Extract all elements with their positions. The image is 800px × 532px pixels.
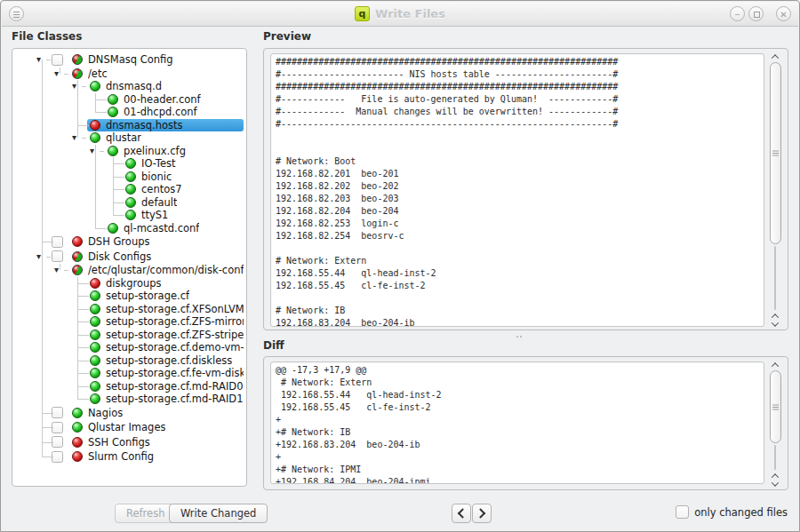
tree-item-content[interactable]: setup-storage.cf.md-RAID0-4... — [87, 380, 244, 393]
tree-item-pxelinux-cfg[interactable]: ▾pxelinux.cfg — [12, 145, 246, 158]
tree-item-setup-storage-cf-xfsonlvm[interactable]: setup-storage.cf.XFSonLVM — [12, 303, 246, 316]
collapse-arrow-icon[interactable]: ▾ — [90, 146, 94, 155]
tree-item-00-header-conf[interactable]: 00-header.conf — [12, 93, 246, 107]
collapse-arrow-icon[interactable]: ▾ — [72, 133, 76, 142]
tree-item-qlustar-images[interactable]: Qlustar Images — [12, 420, 246, 435]
tree-item-content[interactable]: dnsmasq.d — [87, 80, 244, 93]
tree-item-content[interactable]: Nagios — [69, 406, 244, 421]
tree-item-content[interactable]: 01-dhcpd.conf — [105, 106, 244, 119]
tree-item-content[interactable]: Qlustar Images — [69, 420, 244, 435]
tree-item-content[interactable]: setup-storage.cf — [87, 290, 244, 303]
tree-item-content[interactable]: qlustar — [87, 131, 244, 145]
collapse-arrow-icon[interactable]: ▾ — [36, 251, 41, 260]
tree-item-dsh-groups[interactable]: DSH Groups — [12, 234, 246, 250]
tree-item-dnsmasq-hosts[interactable]: dnsmasq.hosts — [12, 119, 246, 132]
refresh-button[interactable]: Refresh — [115, 504, 176, 523]
tree-item-setup-storage-cf-fe-vm-disk[interactable]: setup-storage.cf.fe-vm-disk — [12, 367, 246, 380]
file-class-checkbox[interactable] — [52, 250, 63, 262]
tree-item-setup-storage-cf-md-raid1[interactable]: setup-storage.cf.md-RAID1 — [12, 393, 246, 406]
tree-item-content[interactable]: setup-storage.cf.XFSonLVM — [87, 303, 244, 316]
tree-item-content[interactable]: IO-Test — [123, 157, 244, 171]
tree-item-content[interactable]: /etc/qlustar/common/disk-configs — [69, 264, 244, 277]
tree-item-content[interactable]: default — [123, 196, 244, 210]
write-changed-button[interactable]: Write Changed — [169, 504, 268, 523]
tree-item-content[interactable]: DNSMasq Config — [69, 52, 244, 67]
tree-item-setup-storage-cf-zfs-mirror-[interactable]: setup-storage.cf.ZFS-mirror+... — [12, 315, 246, 329]
file-class-checkbox[interactable] — [52, 54, 63, 66]
tree-item-slurm-config[interactable]: Slurm Config — [12, 449, 246, 465]
close-button[interactable] — [776, 6, 791, 21]
tree-item-content[interactable]: DSH Groups — [69, 234, 244, 250]
tree-item--etc-qlustar-common-disk-configs[interactable]: ▾/etc/qlustar/common/disk-configs — [12, 264, 246, 277]
tree-item-content[interactable]: centos7 — [123, 183, 244, 196]
next-file-button[interactable] — [472, 504, 492, 523]
scrollbar-thumb[interactable] — [770, 370, 781, 443]
tree-item-io-test[interactable]: IO-Test — [12, 157, 246, 171]
titlebar[interactable]: q Write Files — [2, 2, 798, 27]
status-green-icon — [72, 408, 83, 418]
tree-item-content[interactable]: setup-storage.cf.ZFS-stripe-4... — [87, 329, 244, 342]
tree-item-ssh-configs[interactable]: SSH Configs — [12, 435, 246, 450]
preview-textarea[interactable]: ########################################… — [270, 53, 764, 327]
tree-item-content[interactable]: setup-storage.cf.fe-vm-disk — [87, 367, 244, 380]
tree-item-content[interactable]: setup-storage.cf.diskless — [87, 354, 244, 368]
previous-file-button[interactable] — [452, 504, 471, 523]
status-red-icon — [72, 451, 83, 462]
tree-item-label: ttyS1 — [141, 209, 168, 221]
splitter-handle[interactable] — [516, 336, 518, 337]
tree-item-default[interactable]: default — [12, 196, 246, 210]
tree-line-stub — [34, 435, 52, 450]
preview-panel: ########################################… — [263, 48, 788, 330]
tree-item-content[interactable]: ql-mcastd.conf — [105, 222, 244, 235]
scrollbar-track[interactable] — [774, 445, 776, 470]
tree-line-stub — [34, 406, 52, 421]
tree-item-ttys1[interactable]: ttyS1 — [12, 209, 246, 222]
collapse-arrow-icon[interactable]: ▾ — [54, 68, 59, 77]
tree-item-setup-storage-cf-md-raid0-4-[interactable]: setup-storage.cf.md-RAID0-4... — [12, 380, 246, 393]
tree-item-01-dhcpd-conf[interactable]: 01-dhcpd.conf — [12, 106, 246, 119]
tree-item-content[interactable]: dnsmasq.hosts — [87, 119, 244, 132]
tree-item-content[interactable]: Slurm Config — [69, 449, 244, 465]
tree-item-setup-storage-cf-zfs-stripe-4-[interactable]: setup-storage.cf.ZFS-stripe-4... — [12, 329, 246, 342]
collapse-arrow-icon[interactable]: ▾ — [54, 266, 59, 274]
tree-item-content[interactable]: pxelinux.cfg — [105, 145, 244, 158]
minimize-button[interactable] — [730, 6, 745, 21]
tree-item-disk-configs[interactable]: ▾Disk Configs — [12, 250, 246, 265]
tree-item-content[interactable]: setup-storage.cf.ZFS-mirror+... — [87, 315, 244, 329]
tree-item-content[interactable]: /etc — [69, 67, 244, 81]
tree-item-content[interactable]: Disk Configs — [69, 250, 244, 265]
scroll-down-icon[interactable] — [772, 320, 778, 328]
collapse-arrow-icon[interactable]: ▾ — [72, 82, 76, 91]
tree-item-setup-storage-cf[interactable]: setup-storage.cf — [12, 290, 246, 303]
tree-item-diskgroups[interactable]: diskgroups — [12, 277, 246, 290]
tree-item--etc[interactable]: ▾/etc — [12, 67, 246, 81]
tree-item-setup-storage-cf-diskless[interactable]: setup-storage.cf.diskless — [12, 354, 246, 368]
tree-item-label: Disk Configs — [88, 250, 151, 263]
diff-textarea[interactable]: @@ -17,3 +17,9 @@ # Network: Extern 192.… — [270, 361, 764, 484]
tree-item-ql-mcastd-conf[interactable]: ql-mcastd.conf — [12, 222, 246, 235]
scroll-down-icon[interactable] — [772, 480, 778, 488]
maximize-button[interactable] — [748, 6, 764, 21]
tree-item-nagios[interactable]: Nagios — [12, 406, 246, 421]
tree-item-content[interactable]: 00-header.conf — [105, 93, 244, 107]
tree-line-stub — [34, 420, 52, 435]
tree-item-bionic[interactable]: bionic — [12, 171, 246, 184]
scrollbar-track[interactable] — [774, 246, 776, 310]
scrollbar-thumb[interactable] — [770, 62, 781, 244]
tree-item-centos7[interactable]: centos7 — [12, 183, 246, 196]
tree-item-setup-storage-cf-demo-vm-disk[interactable]: setup-storage.cf.demo-vm-disk — [12, 341, 246, 354]
scroll-up-icon[interactable] — [772, 361, 778, 369]
tree-item-content[interactable]: bionic — [123, 171, 244, 184]
only-changed-checkbox[interactable] — [676, 505, 689, 519]
tree-item-content[interactable]: setup-storage.cf.demo-vm-disk — [87, 341, 244, 354]
tree-item-dnsmasq-config[interactable]: ▾DNSMasq Config — [12, 52, 246, 67]
tree-item-dnsmasq-d[interactable]: ▾dnsmasq.d — [12, 80, 246, 93]
tree-item-content[interactable]: setup-storage.cf.md-RAID1 — [87, 393, 244, 406]
scroll-up-icon[interactable] — [772, 52, 778, 60]
tree-item-content[interactable]: ttyS1 — [123, 209, 244, 222]
tree-item-content[interactable]: diskgroups — [87, 277, 244, 290]
tree-item-content[interactable]: SSH Configs — [69, 435, 244, 450]
window-menu-button[interactable] — [9, 6, 24, 21]
tree-item-qlustar[interactable]: ▾qlustar — [12, 131, 246, 145]
collapse-arrow-icon[interactable]: ▾ — [36, 55, 41, 64]
